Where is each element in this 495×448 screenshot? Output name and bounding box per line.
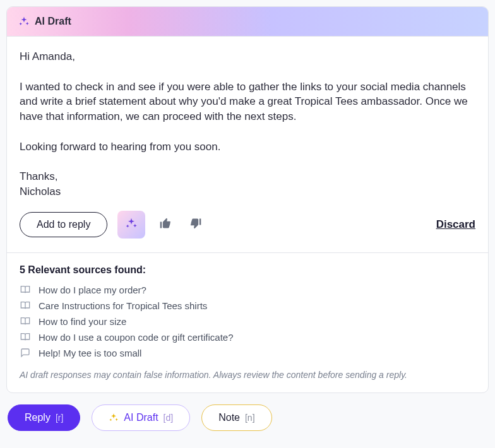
chat-icon — [20, 348, 31, 358]
sources-title: 5 Relevant sources found: — [20, 264, 475, 276]
source-item[interactable]: How do I use a coupon code or gift certi… — [20, 329, 475, 345]
draft-body-text: Hi Amanda, I wanted to check in and see … — [20, 49, 475, 199]
ai-draft-button[interactable]: AI Draft [d] — [92, 404, 190, 431]
regenerate-button[interactable] — [117, 211, 145, 239]
ai-draft-label: AI Draft — [124, 412, 158, 423]
sources-section: 5 Relevant sources found: How do I place… — [7, 253, 488, 392]
reply-label: Reply — [25, 412, 51, 423]
ai-draft-shortcut: [d] — [164, 413, 174, 423]
source-label: Care Instructions for Tropical Tees shir… — [39, 300, 207, 311]
note-button[interactable]: Note [n] — [201, 404, 271, 431]
add-to-reply-button[interactable]: Add to reply — [20, 212, 107, 237]
book-icon — [20, 285, 31, 295]
thumbs-down-button[interactable] — [186, 215, 206, 235]
sparkle-icon — [125, 217, 138, 232]
source-item[interactable]: Help! My tee is too small — [20, 345, 475, 361]
source-label: How do I use a coupon code or gift certi… — [39, 332, 234, 343]
book-icon — [20, 316, 31, 326]
source-label: Help! My tee is too small — [39, 348, 141, 358]
discard-link[interactable]: Discard — [436, 218, 475, 231]
reply-shortcut: [r] — [56, 413, 63, 423]
thumbs-down-icon — [189, 217, 202, 232]
source-item[interactable]: How do I place my order? — [20, 282, 475, 298]
card-title: AI Draft — [35, 16, 71, 27]
reply-button[interactable]: Reply [r] — [8, 404, 80, 431]
source-item[interactable]: Care Instructions for Tropical Tees shir… — [20, 298, 475, 314]
sparkle-icon — [18, 16, 30, 27]
thumbs-up-button[interactable] — [155, 215, 176, 235]
note-label: Note — [218, 412, 240, 423]
book-icon — [20, 300, 31, 310]
note-shortcut: [n] — [245, 413, 255, 423]
source-label: How do I place my order? — [39, 285, 146, 295]
card-header: AI Draft — [7, 7, 488, 37]
book-icon — [20, 332, 31, 342]
source-list: How do I place my order?Care Instruction… — [20, 282, 475, 361]
draft-actions-row: Add to reply — [20, 211, 475, 239]
source-label: How to find your size — [39, 316, 126, 327]
source-item[interactable]: How to find your size — [20, 314, 475, 329]
card-body: Hi Amanda, I wanted to check in and see … — [7, 37, 488, 253]
bottom-action-row: Reply [r] AI Draft [d] Note [n] — [6, 404, 489, 431]
sparkle-icon — [109, 413, 119, 423]
disclaimer-text: AI draft responses may contain false inf… — [20, 370, 475, 380]
thumbs-up-icon — [159, 217, 172, 232]
ai-draft-card: AI Draft Hi Amanda, I wanted to check in… — [6, 6, 489, 393]
